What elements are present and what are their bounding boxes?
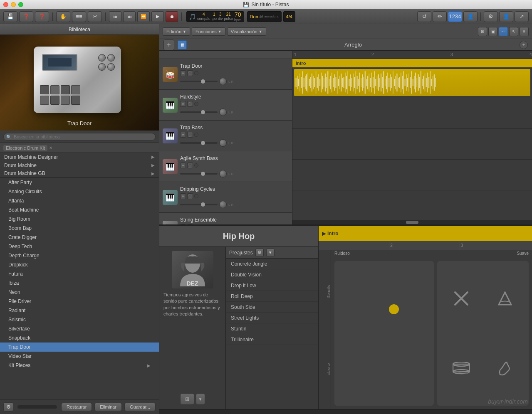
list-item[interactable]: Trillionaire xyxy=(226,334,318,345)
track-volume-slider-drip[interactable] xyxy=(180,204,218,205)
list-item[interactable]: Trap Door xyxy=(0,343,159,352)
list-item[interactable]: Roll Deep xyxy=(226,291,318,302)
save-button[interactable]: 💾 xyxy=(3,11,17,22)
drum-pad-clap[interactable] xyxy=(495,358,515,379)
list-item[interactable]: Seismic xyxy=(0,315,159,324)
rewind-button[interactable]: ⏮ xyxy=(109,11,121,22)
list-item[interactable]: Concrete Jungle xyxy=(226,259,318,269)
pointer-tool[interactable]: ↖ xyxy=(509,27,518,36)
minimize-button[interactable] xyxy=(11,2,16,7)
count-display[interactable]: 1234 xyxy=(448,11,462,22)
list-item[interactable]: Boom Bap xyxy=(0,224,159,233)
mute-button-string[interactable]: ✏ xyxy=(180,224,186,224)
share-button[interactable]: ↗ xyxy=(515,11,529,22)
presets-gear-button[interactable]: ⚙ xyxy=(255,249,264,257)
library-settings-button[interactable]: ⚙ xyxy=(3,402,13,412)
edition-menu[interactable]: Edición ▼ xyxy=(163,27,190,36)
list-item[interactable]: Beat Machine xyxy=(0,205,159,214)
visualization-menu[interactable]: Visualización ▼ xyxy=(227,27,266,36)
wave-tool[interactable]: 〰 xyxy=(499,27,508,36)
list-item[interactable]: Analog Circuits xyxy=(0,187,159,196)
record-button[interactable]: ⏺ xyxy=(166,11,178,22)
pencil-button[interactable]: ✏ xyxy=(433,11,447,22)
list-item[interactable]: Futura xyxy=(0,269,159,278)
record-dot-bass[interactable] xyxy=(194,133,198,137)
breadcrumb-item[interactable]: Electronic Drum Kit xyxy=(3,145,47,151)
fast-forward-button[interactable]: ⏭ xyxy=(123,11,136,22)
headphone-button-trap[interactable]: 🎧 xyxy=(187,70,193,76)
track-pan-knob-agile[interactable] xyxy=(219,170,227,177)
mute-button-drip[interactable]: ✏ xyxy=(180,193,186,199)
maximize-button[interactable] xyxy=(18,2,23,7)
library-scrollbar[interactable] xyxy=(17,405,57,409)
list-item[interactable]: Stuntin xyxy=(226,323,318,334)
zoom-tool[interactable]: ≡ xyxy=(520,27,529,36)
list-item[interactable]: Crate Digger xyxy=(0,233,159,242)
expand-tool[interactable]: ⊞ xyxy=(478,27,487,36)
back-button[interactable]: ⏪ xyxy=(137,11,150,22)
list-item[interactable]: Big Room xyxy=(0,214,159,224)
headphone-button-drip[interactable]: 🎧 xyxy=(187,193,193,199)
track-pan-knob-drip[interactable] xyxy=(219,201,227,208)
info-button[interactable]: ❓ xyxy=(35,11,49,22)
lcd-toggle-button[interactable]: ▦ xyxy=(178,40,187,49)
track-pan-knob-bass[interactable] xyxy=(219,139,227,147)
track-volume-slider-agile[interactable] xyxy=(180,173,218,175)
track-volume-slider-bass[interactable] xyxy=(180,142,218,144)
bottom-scrollbar[interactable] xyxy=(159,409,532,414)
list-item[interactable]: Kit Pieces▶ xyxy=(0,361,159,370)
drum-pad-bell[interactable] xyxy=(495,288,515,309)
drum-intro-badge[interactable]: ▶ Intro xyxy=(322,231,339,237)
settings-button-right[interactable]: ⚙ xyxy=(484,11,498,22)
list-item[interactable]: Street Lights xyxy=(226,313,318,323)
intro-section-label[interactable]: Intro xyxy=(292,59,532,67)
list-item[interactable]: Pile Driver xyxy=(0,297,159,306)
close-button[interactable] xyxy=(3,2,8,7)
restore-button[interactable]: Restaurar xyxy=(61,403,92,411)
record-dot-hard[interactable] xyxy=(194,102,198,106)
mute-button-trap[interactable]: ✏ xyxy=(180,70,186,76)
hand-tool-button[interactable]: ✋ xyxy=(56,11,70,22)
grid-icon-button[interactable]: ⊞ xyxy=(180,393,194,405)
track-region-1[interactable] xyxy=(294,69,530,96)
drum-pad-hihat-closed[interactable] xyxy=(451,288,472,309)
list-item[interactable]: South Side xyxy=(226,302,318,313)
help-button[interactable]: ❓ xyxy=(19,11,33,22)
delete-button[interactable]: Eliminar xyxy=(94,403,122,411)
mute-button-agile[interactable]: ✏ xyxy=(180,163,186,168)
record-dot-agile[interactable] xyxy=(194,163,198,168)
sidebar-item-drum-machine[interactable]: Drum Machine ▶ xyxy=(0,161,159,170)
list-item[interactable]: Dropkick xyxy=(0,260,159,269)
list-item[interactable]: Video Star xyxy=(0,352,159,361)
headphone-button-bass[interactable]: 🎧 xyxy=(187,132,193,138)
functions-menu[interactable]: Funciones ▼ xyxy=(192,27,225,36)
headphone-button-string[interactable]: 🎧 xyxy=(187,224,193,224)
add-track-button[interactable]: + xyxy=(163,39,174,50)
headphone-button-agile[interactable]: 🎧 xyxy=(187,163,193,168)
list-item[interactable]: Deep Tech xyxy=(0,242,159,251)
cut-tool-button[interactable]: ✂ xyxy=(88,11,102,22)
list-item[interactable]: Radiant xyxy=(0,306,159,315)
user-button[interactable]: 👤 xyxy=(463,11,478,22)
drum-pad-snare[interactable] xyxy=(451,358,472,379)
save-preset-button[interactable]: Guardar... xyxy=(124,403,156,411)
record-dot-trap[interactable] xyxy=(194,71,198,75)
list-item[interactable]: Silverlake xyxy=(0,324,159,333)
list-item[interactable]: Drop it Low xyxy=(226,280,318,291)
track-pan-knob-hard[interactable] xyxy=(219,108,227,116)
track-volume-slider-trap[interactable] xyxy=(180,81,218,82)
track-pan-knob-trap[interactable] xyxy=(219,78,227,85)
presets-arrow-button[interactable]: ▼ xyxy=(266,249,275,257)
play-button[interactable]: ▶ xyxy=(151,11,164,22)
mute-button-hard[interactable]: ✏ xyxy=(180,101,186,107)
timeline-scrollbar[interactable] xyxy=(292,220,532,224)
record-dot-drip[interactable] xyxy=(194,194,198,198)
list-item[interactable]: After Party xyxy=(0,178,159,187)
list-item[interactable]: Atlanta xyxy=(0,196,159,205)
list-item[interactable]: Ibiza xyxy=(0,278,159,288)
list-item[interactable]: Neon xyxy=(0,288,159,297)
list-item[interactable]: Snapback xyxy=(0,333,159,343)
mute-button-bass[interactable]: ✏ xyxy=(180,132,186,138)
list-item[interactable]: Depth Charge xyxy=(0,251,159,260)
drum-hit-dot[interactable] xyxy=(389,304,399,314)
